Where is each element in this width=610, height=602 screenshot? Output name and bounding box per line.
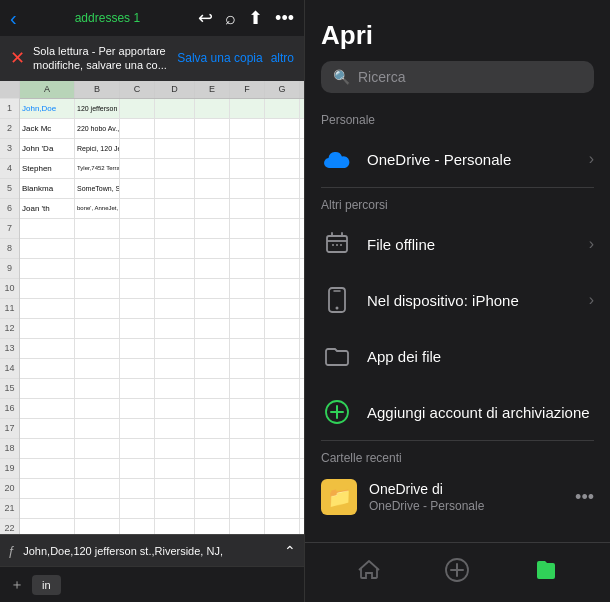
cell-f1[interactable] [230,99,265,118]
more-icon[interactable]: ••• [275,9,294,27]
file-offline-item[interactable]: File offline › [305,216,610,272]
cell-g1[interactable] [265,99,300,118]
table-row[interactable]: John 'Da Repici, 120 Jefferson St.,River… [20,139,304,159]
cell-d3[interactable] [155,139,195,158]
save-copy-button[interactable]: Salva una copia [177,51,262,65]
sheet-tab[interactable]: in [32,575,61,595]
cell-e1[interactable] [195,99,230,118]
cell-d5[interactable] [155,179,195,198]
cell-d4[interactable] [155,159,195,178]
cell-b4[interactable]: Tyler,7452 Terrace "At the Plaza"' road'… [75,159,120,178]
table-row[interactable] [20,459,304,479]
cell-c2[interactable] [120,119,155,138]
table-row[interactable] [20,399,304,419]
home-icon [356,557,382,589]
cell-a2[interactable]: Jack Mc [20,119,75,138]
cell-b6[interactable]: bone', AnneJet, 9th, at Terrace plc', De… [75,199,120,218]
table-row[interactable] [20,419,304,439]
cell-e5[interactable] [195,179,230,198]
table-row[interactable] [20,519,304,534]
cell-f2[interactable] [230,119,265,138]
recent-file-item[interactable]: 📁 OneDrive di OneDrive - Personale ••• [305,469,610,525]
table-row[interactable]: Joan 'th bone', AnneJet, 9th, at Terrace… [20,199,304,219]
table-row[interactable] [20,279,304,299]
files-app-item[interactable]: App dei file [305,328,610,384]
cell-b1[interactable]: 120 jefferson st.,Riverside, NJ, 08075 [75,99,120,118]
phone-icon [321,284,353,316]
cell-a1[interactable]: John,Doe [20,99,75,118]
cell-f3[interactable] [230,139,265,158]
row-num-8: 8 [0,239,19,259]
cell-f5[interactable] [230,179,265,198]
cell-d2[interactable] [155,119,195,138]
cell-e6[interactable] [195,199,230,218]
table-row[interactable] [20,219,304,239]
cell-a4[interactable]: Stephen [20,159,75,178]
cell-a5[interactable]: Blankma [20,179,75,198]
table-row[interactable] [20,479,304,499]
share-icon[interactable]: ⬆ [248,9,263,27]
table-row[interactable] [20,439,304,459]
cell-g5[interactable] [265,179,300,198]
table-row[interactable]: Jack Mc 220 hobo Av.,Phila, PA,08119 [20,119,304,139]
nav-add[interactable] [444,557,470,589]
table-row[interactable] [20,299,304,319]
cell-c3[interactable] [120,139,155,158]
formula-expand-icon[interactable]: ⌃ [284,543,296,559]
cell-c6[interactable] [120,199,155,218]
cell-e3[interactable] [195,139,230,158]
chevron-right-icon: › [589,291,594,309]
formula-value[interactable]: John,Doe,120 jefferson st.,Riverside, NJ… [23,545,276,557]
back-icon[interactable]: ‹ [10,8,17,28]
row-num-5: 5 [0,179,19,199]
col-header-c: C [120,81,155,98]
table-row[interactable] [20,239,304,259]
another-button[interactable]: altro [271,51,294,65]
top-bar: ‹ addresses 1 ↩ ⌕ ⬆ ••• [0,0,304,36]
chevron-right-icon: › [589,150,594,168]
device-item[interactable]: Nel dispositivo: iPhone › [305,272,610,328]
cell-c5[interactable] [120,179,155,198]
more-options-button[interactable]: ••• [575,487,594,508]
cell-g6[interactable] [265,199,300,218]
table-row[interactable] [20,359,304,379]
onedrive-personal-item[interactable]: OneDrive - Personale › [305,131,610,187]
cell-d6[interactable] [155,199,195,218]
readonly-close-icon[interactable]: ✕ [10,47,25,69]
cell-d1[interactable] [155,99,195,118]
row-num-22: 22 [0,519,19,534]
search-icon[interactable]: ⌕ [225,9,236,27]
table-row[interactable] [20,259,304,279]
cell-b2[interactable]: 220 hobo Av.,Phila, PA,08119 [75,119,120,138]
table-row[interactable]: Blankma SomeTown, SD, 00298 [20,179,304,199]
cell-e2[interactable] [195,119,230,138]
row-num-6: 6 [0,199,19,219]
cell-c1[interactable] [120,99,155,118]
table-row[interactable] [20,339,304,359]
nav-files[interactable] [533,557,559,589]
table-row[interactable]: Stephen Tyler,7452 Terrace "At the Plaza… [20,159,304,179]
table-row[interactable] [20,379,304,399]
undo-icon[interactable]: ↩ [198,9,213,27]
add-sheet-icon[interactable]: ＋ [10,576,24,594]
cell-c4[interactable] [120,159,155,178]
cell-b5[interactable]: SomeTown, SD, 00298 [75,179,120,198]
cell-g4[interactable] [265,159,300,178]
table-row[interactable]: John,Doe 120 jefferson st.,Riverside, NJ… [20,99,304,119]
cell-f4[interactable] [230,159,265,178]
table-row[interactable] [20,319,304,339]
cell-f6[interactable] [230,199,265,218]
column-headers: A B C D E F G [20,81,304,99]
toolbar-icons: ↩ ⌕ ⬆ ••• [198,9,294,27]
cell-g3[interactable] [265,139,300,158]
cell-b3[interactable]: Repici, 120 Jefferson St.,Riverside, NJ,… [75,139,120,158]
add-account-item[interactable]: Aggiungi account di archiviazione [305,384,610,440]
row-num-9: 9 [0,259,19,279]
cell-e4[interactable] [195,159,230,178]
cell-a6[interactable]: Joan 'th [20,199,75,218]
nav-home[interactable] [356,557,382,589]
cell-g2[interactable] [265,119,300,138]
cell-a3[interactable]: John 'Da [20,139,75,158]
table-row[interactable] [20,499,304,519]
search-bar[interactable]: 🔍 Ricerca [321,61,594,93]
